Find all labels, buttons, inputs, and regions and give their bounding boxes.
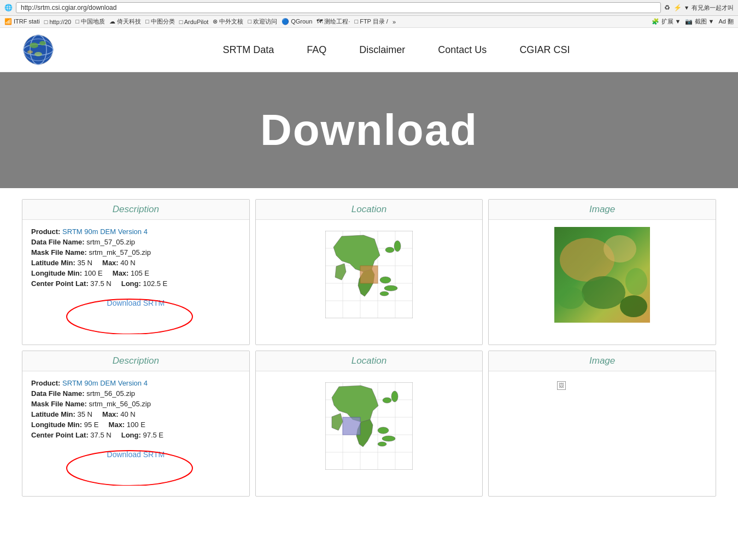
location-map-2 (325, 382, 413, 470)
browser-extra: 有兄弟一起才叫 (692, 4, 734, 12)
bookmark-more[interactable]: » (393, 19, 396, 25)
description-card-1: Description Product: SRTM 90m DEM Versio… (22, 199, 250, 345)
svg-point-31 (557, 287, 584, 309)
latitude-line-1: Latitude Min: 35 N Max: 40 N (31, 259, 241, 267)
mask-file-line-2: Mask File Name: srtm_mk_56_05.zip (31, 400, 241, 408)
bookmark-ardupilot[interactable]: □ ArduPilot (179, 19, 209, 25)
image-card-1: Image (488, 199, 716, 345)
nav-cgiar-csi[interactable]: CGIAR CSI (519, 44, 570, 55)
svg-point-30 (582, 276, 625, 309)
page-title: Download (11, 105, 727, 155)
longitude-line-1: Longitude Min: 100 E Max: 105 E (31, 269, 241, 277)
svg-point-21 (384, 285, 397, 291)
dem-image-1 (554, 227, 650, 323)
bookmark-zhongwai[interactable]: ⊗ 中外文核 (213, 18, 243, 26)
center-line-1: Center Point Lat: 37.5 N Long: 102.5 E (31, 279, 241, 288)
site-nav: SRTM Data FAQ Disclaimer Contact Us CGIA… (0, 28, 738, 72)
description-header-1: Description (22, 200, 249, 220)
nav-contact[interactable]: Contact Us (438, 44, 487, 55)
bookmark-ftp[interactable]: □ FTP 目录 / (354, 18, 388, 26)
product-line-2: Product: SRTM 90m DEM Version 4 (31, 379, 241, 387)
svg-point-29 (604, 235, 636, 262)
svg-point-0 (24, 35, 53, 65)
refresh-icon[interactable]: ♻ (664, 4, 670, 11)
location-card-1: Location (255, 199, 483, 345)
hero-section: Download (0, 72, 738, 188)
bookmark-qitian[interactable]: ☁ 倚天科技 (109, 18, 141, 26)
svg-point-22 (380, 291, 389, 296)
location-card-2: Location (255, 351, 483, 497)
browser-bar: 🌐 http://srtm.csi.cgiar.org/download ♻ ⚡… (0, 0, 738, 16)
mask-file-line-1: Mask File Name: srtm_mk_57_05.zip (31, 248, 241, 256)
chevron-down-icon[interactable]: ▾ (685, 4, 688, 11)
svg-point-32 (625, 268, 647, 295)
svg-point-7 (27, 50, 33, 54)
map-container-2 (256, 371, 483, 481)
svg-point-47 (382, 436, 395, 441)
site-logo (22, 33, 55, 66)
broken-image-2: 🖼 (554, 378, 650, 474)
description-card-2: Description Product: SRTM 90m DEM Versio… (22, 351, 250, 497)
svg-point-5 (39, 41, 46, 45)
description-header-2: Description (22, 351, 249, 371)
bookmark-qgroun[interactable]: 🔵 QGroun (282, 18, 312, 25)
image-container-2: 🖼 (489, 371, 716, 481)
longitude-line-2: Longitude Min: 95 E Max: 100 E (31, 421, 241, 429)
svg-point-23 (385, 247, 394, 253)
nav-srtm-data[interactable]: SRTM Data (223, 44, 274, 55)
nav-links: SRTM Data FAQ Disclaimer Contact Us CGIA… (77, 44, 716, 56)
main-content: Description Product: SRTM 90m DEM Versio… (0, 188, 738, 513)
image-container-1 (489, 220, 716, 329)
map-container-1 (256, 220, 483, 329)
location-header-1: Location (256, 200, 483, 220)
bookmark-http20[interactable]: □ http://20 (44, 19, 71, 25)
bookmarks-bar: 📶 ITRF stati □ http://20 □ 中国地质 ☁ 倚天科技 □… (0, 16, 738, 28)
download-link-2[interactable]: Download SRTM (31, 450, 241, 464)
broken-image-icon: 🖼 (557, 381, 566, 390)
svg-rect-25 (360, 266, 378, 283)
download-wrapper-1: Download SRTM (31, 299, 241, 337)
location-map-1 (325, 231, 413, 318)
svg-point-24 (394, 241, 401, 252)
product-line-1: Product: SRTM 90m DEM Version 4 (31, 228, 241, 236)
url-bar[interactable]: http://srtm.csi.cgiar.org/download (16, 2, 661, 13)
browser-favicon: 🌐 (4, 4, 13, 11)
nav-faq[interactable]: FAQ (307, 44, 326, 55)
bookmark-geology[interactable]: □ 中国地质 (75, 18, 105, 26)
bookmark-ad[interactable]: Ad 翻 (718, 18, 734, 26)
bookmark-itrf[interactable]: 📶 ITRF stati (4, 18, 40, 25)
lightning-icon: ⚡ (673, 4, 682, 11)
bookmark-screenshot[interactable]: 📷 截图 ▼ (685, 18, 714, 26)
nav-disclaimer[interactable]: Disclaimer (359, 44, 405, 55)
svg-point-50 (391, 391, 398, 402)
bookmark-survey[interactable]: 🗺 测绘工程· (317, 18, 350, 26)
latitude-line-2: Latitude Min: 35 N Max: 40 N (31, 410, 241, 418)
svg-point-33 (620, 295, 647, 317)
svg-point-4 (30, 43, 38, 48)
download-wrapper-2: Download SRTM (31, 450, 241, 488)
bookmark-welcome[interactable]: □ 欢迎访问 (248, 18, 277, 26)
svg-rect-51 (343, 417, 360, 435)
center-line-2: Center Point Lat: 37.5 N Long: 97.5 E (31, 431, 241, 439)
bookmark-maps[interactable]: □ 中图分类 (145, 18, 175, 26)
bookmark-expand[interactable]: 🧩 扩展 ▼ (652, 18, 681, 26)
data-row-1: Description Product: SRTM 90m DEM Versio… (22, 199, 716, 345)
description-body-2: Product: SRTM 90m DEM Version 4 Data Fil… (22, 371, 249, 496)
location-header-2: Location (256, 351, 483, 371)
data-file-line-2: Data File Name: srtm_56_05.zip (31, 389, 241, 398)
svg-point-48 (378, 442, 386, 446)
data-row-2: Description Product: SRTM 90m DEM Versio… (22, 351, 716, 497)
image-header-1: Image (489, 200, 716, 220)
download-link-1[interactable]: Download SRTM (31, 299, 241, 313)
svg-point-20 (380, 277, 391, 283)
data-file-line-1: Data File Name: srtm_57_05.zip (31, 238, 241, 246)
image-header-2: Image (489, 351, 716, 371)
svg-point-6 (34, 52, 42, 56)
image-card-2: Image 🖼 (488, 351, 716, 497)
svg-point-49 (383, 398, 391, 403)
svg-point-46 (378, 427, 389, 434)
description-body-1: Product: SRTM 90m DEM Version 4 Data Fil… (22, 220, 249, 345)
